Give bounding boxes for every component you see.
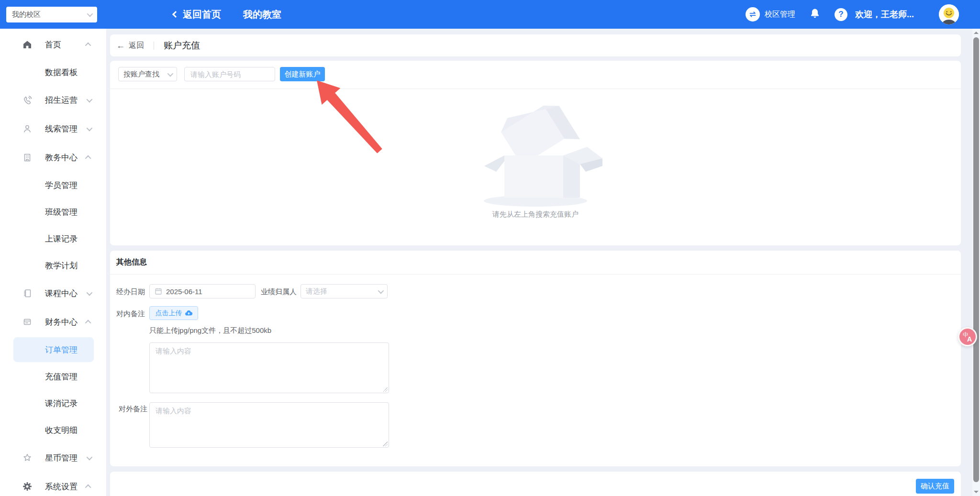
upload-button[interactable]: 点击上传 <box>149 306 198 320</box>
back-label: 返回 <box>129 41 144 51</box>
my-classroom-link[interactable]: 我的教室 <box>243 8 281 21</box>
sidebar-item-recharge[interactable]: 充值管理 <box>0 363 106 390</box>
sidebar-item-enrollment[interactable]: 招生运营 <box>0 86 106 114</box>
footer-bar: 确认充值 <box>110 472 961 496</box>
back-home-label: 返回首页 <box>183 8 221 21</box>
sidebar-item-label: 招生运营 <box>45 95 78 106</box>
sidebar-item-finance-center[interactable]: 财务中心 <box>0 308 106 336</box>
phone-icon <box>22 95 33 105</box>
sidebar-item-consumption-records[interactable]: 课消记录 <box>0 390 106 417</box>
topbar-right: 校区管理 ? 欢迎，王老师... <box>746 0 959 29</box>
chevron-down-icon <box>87 289 93 296</box>
arrow-left-icon: ← <box>116 41 125 51</box>
welcome-text: 欢迎，王老师... <box>855 9 914 20</box>
sidebar-item-label: 学员管理 <box>45 180 78 191</box>
owner-label: 业绩归属人 <box>261 287 297 297</box>
topbar: 我的校区 返回首页 我的教室 校区管理 ? 欢迎，王老师... <box>0 0 980 29</box>
confirm-recharge-button[interactable]: 确认充值 <box>916 479 954 494</box>
owner-placeholder: 请选择 <box>306 287 327 296</box>
building-icon <box>22 152 33 163</box>
sidebar-item-label: 上课记录 <box>45 233 78 244</box>
sidebar-item-leads[interactable]: 线索管理 <box>0 114 106 143</box>
user-icon <box>22 123 33 134</box>
chevron-left-icon <box>172 11 179 18</box>
vertical-scrollbar[interactable] <box>972 29 980 496</box>
divider <box>110 88 961 89</box>
sidebar-item-course-center[interactable]: 课程中心 <box>0 279 106 308</box>
sidebar-item-class-records[interactable]: 上课记录 <box>0 225 106 252</box>
account-number-input[interactable] <box>184 67 275 81</box>
chevron-up-icon <box>85 320 91 326</box>
chevron-down-icon <box>87 125 93 131</box>
sidebar-item-label: 订单管理 <box>45 344 78 355</box>
topnav: 返回首页 我的教室 <box>173 0 281 29</box>
sidebar-item-income-expense[interactable]: 收支明细 <box>0 417 106 443</box>
divider <box>110 274 961 275</box>
sidebar-item-label: 收支明细 <box>45 425 78 436</box>
scroll-down-arrow-icon[interactable] <box>974 491 979 493</box>
sidebar-item-star-coin[interactable]: 星币管理 <box>0 443 106 472</box>
chevron-down-icon <box>87 96 93 102</box>
bell-icon[interactable] <box>809 7 821 22</box>
back-button[interactable]: ← 返回 <box>116 41 144 51</box>
sidebar-item-label: 线索管理 <box>45 123 78 134</box>
book-icon <box>22 288 33 298</box>
sidebar-item-label: 系统设置 <box>45 481 78 492</box>
scroll-up-arrow-icon[interactable] <box>974 32 979 34</box>
page-title: 账户充值 <box>164 39 200 52</box>
upload-button-label: 点击上传 <box>156 309 182 318</box>
sidebar-item-label: 财务中心 <box>45 317 78 328</box>
chevron-up-icon <box>85 155 91 161</box>
sidebar-item-data-dashboard[interactable]: 数据看板 <box>0 59 106 86</box>
translate-button[interactable]: 中 A <box>958 327 977 346</box>
date-input[interactable]: 2025-06-11 <box>149 284 256 298</box>
sidebar-item-label: 课程中心 <box>45 288 78 299</box>
owner-select[interactable]: 请选择 <box>301 284 388 298</box>
section-title: 其他信息 <box>116 257 147 267</box>
campus-select[interactable]: 我的校区 <box>6 7 97 22</box>
page-header-card: ← 返回 账户充值 <box>110 34 961 56</box>
sidebar-item-label: 星币管理 <box>45 452 78 463</box>
avatar[interactable] <box>939 4 959 24</box>
card-icon <box>22 317 33 327</box>
external-note-label: 对外备注 <box>119 405 147 414</box>
chevron-down-icon <box>167 70 174 77</box>
back-home-link[interactable]: 返回首页 <box>173 8 221 21</box>
sidebar-item-students[interactable]: 学员管理 <box>0 172 106 198</box>
other-info-card: 其他信息 经办日期 2025-06-11 业绩归属人 请选择 对内备注 点击上传 <box>110 251 961 466</box>
campus-management-link[interactable]: 校区管理 <box>765 10 795 20</box>
sidebar-item-label: 教务中心 <box>45 152 78 163</box>
sidebar-item-classes[interactable]: 班级管理 <box>0 198 106 225</box>
sidebar-item-orders[interactable]: 订单管理 <box>0 336 106 363</box>
search-mode-select[interactable]: 按账户查找 <box>118 67 177 81</box>
star-icon <box>22 452 33 463</box>
home-icon <box>22 39 33 50</box>
chevron-down-icon <box>378 287 384 294</box>
date-value: 2025-06-11 <box>166 287 202 296</box>
main-content: ← 返回 账户充值 按账户查找 创建新账户 请先从左上角 <box>106 29 972 496</box>
chevron-down-icon <box>87 454 93 460</box>
sidebar-item-label: 教学计划 <box>45 260 78 271</box>
chevron-down-icon <box>87 11 93 17</box>
sidebar-item-teaching-plans[interactable]: 教学计划 <box>0 252 106 279</box>
campus-select-value: 我的校区 <box>12 10 41 19</box>
create-account-button[interactable]: 创建新账户 <box>280 67 325 81</box>
date-label: 经办日期 <box>116 287 145 297</box>
internal-note-textarea[interactable] <box>149 342 389 393</box>
question-icon[interactable]: ? <box>835 8 847 21</box>
translate-en-glyph: A <box>967 335 972 343</box>
internal-note-textarea-wrap <box>149 342 389 393</box>
switch-arrows-icon[interactable] <box>746 7 760 22</box>
chevron-up-icon <box>85 484 91 490</box>
sidebar-item-home[interactable]: 首页 <box>0 30 106 59</box>
chevron-up-icon <box>85 42 91 48</box>
divider <box>154 42 154 50</box>
scrollbar-thumb[interactable] <box>973 37 979 482</box>
sidebar-item-settings[interactable]: 系统设置 <box>0 472 106 496</box>
external-note-textarea-wrap <box>149 402 389 448</box>
sidebar-item-academic-center[interactable]: 教务中心 <box>0 143 106 172</box>
upload-cloud-icon <box>185 310 192 316</box>
sidebar-item-label: 充值管理 <box>45 371 78 382</box>
search-card: 按账户查找 创建新账户 请先从左上角搜索充值账户 <box>110 61 961 245</box>
external-note-textarea[interactable] <box>149 402 389 448</box>
